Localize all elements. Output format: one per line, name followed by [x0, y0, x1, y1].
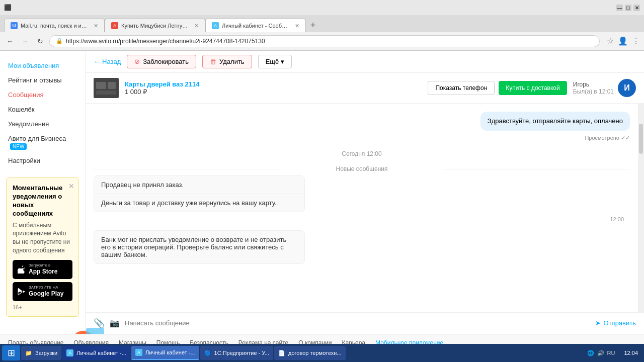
browser-actions: ☆ 👤 ⋮	[607, 36, 640, 46]
message-read-status: Просмотрено ✓✓	[480, 135, 630, 141]
1c-icon: 🔵	[204, 350, 211, 356]
system-msg-2: Деньги за товар и доставку уже вернулись…	[94, 194, 304, 212]
taskbar-item-contract[interactable]: 📄 договор термотехн...	[274, 346, 346, 360]
block-icon: ⊘	[134, 58, 140, 65]
start-button[interactable]: ⊞	[2, 345, 20, 360]
notification-text: С мобильным приложением Avito вы не проп…	[13, 221, 72, 255]
tab-1-close[interactable]: ✕	[94, 23, 98, 29]
product-actions: Показать телефон Купить с доставкой	[428, 81, 567, 95]
url-text: https://www.avito.ru/profile/messenger/c…	[66, 38, 265, 45]
main-content: Мои объявления Рейтинг и отзывы Сообщени…	[0, 51, 644, 334]
seller-name: Игорь Был(а) в 12:01	[573, 81, 614, 95]
tab-1-favicon: M	[11, 22, 18, 29]
sidebar: Мои объявления Рейтинг и отзывы Сообщени…	[0, 51, 86, 334]
network-icon: 🌐	[587, 350, 594, 356]
appstore-button[interactable]: Загрузите в App Store	[13, 260, 72, 279]
taskbar: ⊞ 📁 Загрузки A Личный кабинет -... A Лич…	[0, 344, 644, 362]
address-bar: ← → ↻ 🔒 https://www.avito.ru/profile/mes…	[0, 32, 644, 50]
attach-icon[interactable]: 📎	[94, 318, 105, 329]
page-content: Мои объявления Рейтинг и отзывы Сообщени…	[0, 51, 644, 362]
forward-nav-button[interactable]: →	[19, 35, 31, 47]
buy-with-delivery-button[interactable]: Купить с доставкой	[499, 81, 567, 95]
new-tab-button[interactable]: +	[306, 18, 320, 32]
menu-icon[interactable]: ⋮	[632, 36, 640, 46]
chat-float-area: 💬	[6, 323, 79, 334]
seller-avatar: И	[618, 79, 636, 97]
tab-3-label: Личный кабинет - Сообщения	[222, 23, 290, 29]
product-image	[94, 78, 119, 98]
appstore-label: Загрузите в App Store	[29, 263, 57, 276]
system-message-card: Продавец не принял заказ. Деньги за това…	[94, 175, 305, 212]
chevron-down-icon: ▾	[281, 58, 284, 65]
googleplay-label: ЗАГРУЗИТЕ НА Google Play	[29, 285, 63, 298]
block-button[interactable]: ⊘ Заблокировать	[127, 55, 196, 68]
back-arrow-icon: ←	[94, 58, 100, 65]
product-info: Карты дверей ваз 2114 1 000 ₽	[125, 80, 422, 96]
taskbar-item-cabinet[interactable]: A Личный кабинет -...	[131, 346, 199, 360]
sidebar-item-business[interactable]: Авито для Бизнеса NEW	[6, 132, 79, 153]
taskbar-item-downloads[interactable]: 📁 Загрузки	[21, 346, 61, 360]
more-button[interactable]: Ещё ▾	[258, 55, 292, 68]
svg-rect-3	[96, 90, 116, 95]
tab-2-label: Купить Мицубиси Легнум в Кра...	[121, 23, 189, 29]
notification-close-button[interactable]: ✕	[68, 182, 74, 190]
avito-icon: A	[66, 349, 73, 356]
messenger-header: ← Назад ⊘ Заблокировать 🗑 Удалить Ещё ▾	[86, 51, 644, 73]
messages-area[interactable]: Здравствуйте, отправляйте карты, оплачен…	[86, 104, 638, 312]
close-btn[interactable]: ✕	[633, 5, 640, 11]
taskbar-item-1c[interactable]: 🔵 1С:Предприятие - У...	[200, 346, 273, 360]
notification-title: Моментальные уведомления о новых сообщен…	[13, 184, 72, 218]
sidebar-item-settings[interactable]: Настройки	[6, 154, 79, 167]
tab-3[interactable]: A Личный кабинет - Сообщения ✕	[205, 19, 306, 32]
tab-1[interactable]: M Mail.ru: почта, поиск и интер... ✕	[4, 19, 105, 32]
back-nav-button[interactable]: ←	[4, 35, 16, 47]
taskbar-item-avito[interactable]: A Личный кабинет -...	[62, 346, 130, 360]
system-msg-1: Продавец не принял заказ.	[94, 176, 304, 194]
sidebar-item-my-ads[interactable]: Мои объявления	[6, 59, 79, 72]
age-rating: 16+	[13, 304, 72, 310]
messenger-panel: ← Назад ⊘ Заблокировать 🗑 Удалить Ещё ▾	[86, 51, 644, 334]
message-input[interactable]	[125, 319, 590, 327]
product-thumbnail	[94, 78, 119, 98]
chat-scrollbar[interactable]	[638, 104, 644, 312]
bookmark-icon[interactable]: ☆	[607, 36, 614, 46]
product-price: 1 000 ₽	[125, 88, 422, 96]
apple-icon	[18, 265, 26, 274]
send-icon: ➤	[595, 319, 601, 327]
cabinet-icon: A	[135, 349, 142, 356]
send-button[interactable]: ➤ Отправить	[595, 319, 636, 327]
sidebar-item-notifications[interactable]: Уведомления	[6, 117, 79, 131]
title-bar: ⬛ — □ ✕	[0, 0, 644, 15]
sent-message: Здравствуйте, отправляйте карты, оплачен…	[480, 112, 630, 141]
sidebar-item-ratings[interactable]: Рейтинг и отзывы	[6, 73, 79, 87]
new-messages-divider: Новые сообщения	[94, 162, 630, 175]
show-phone-button[interactable]: Показать телефон	[428, 81, 495, 95]
svg-rect-1	[96, 82, 106, 89]
lock-icon: 🔒	[56, 38, 63, 44]
account-icon[interactable]: 👤	[618, 36, 628, 46]
tab-2-close[interactable]: ✕	[194, 23, 199, 29]
url-bar[interactable]: 🔒 https://www.avito.ru/profile/messenger…	[49, 35, 600, 47]
back-button[interactable]: ← Назад	[94, 58, 121, 65]
maximize-btn[interactable]: □	[625, 5, 631, 11]
google-play-icon	[18, 288, 26, 296]
window-controls[interactable]: — □ ✕	[616, 5, 640, 11]
product-title[interactable]: Карты дверей ваз 2114	[125, 80, 422, 88]
tab-1-label: Mail.ru: почта, поиск и интер...	[21, 23, 89, 29]
tab-2[interactable]: A Купить Мицубиси Легнум в Кра... ✕	[105, 19, 205, 32]
system-msg-time: 12:00	[94, 214, 630, 226]
downloads-icon: 📁	[25, 350, 32, 356]
tab-3-close[interactable]: ✕	[295, 23, 299, 29]
minimize-btn[interactable]: —	[616, 5, 623, 11]
sound-icon: 🔊	[597, 350, 604, 356]
system-tray: 🌐 🔊 RU	[583, 350, 619, 356]
googleplay-button[interactable]: ЗАГРУЗИТЕ НА Google Play	[13, 282, 72, 301]
refresh-button[interactable]: ↻	[34, 35, 46, 47]
new-badge: NEW	[10, 143, 27, 150]
sidebar-item-messages[interactable]: Сообщения	[6, 88, 79, 102]
system-messages-group: Продавец не принял заказ. Деньги за това…	[94, 175, 630, 226]
tab-bar: M Mail.ru: почта, поиск и интер... ✕ A К…	[0, 15, 644, 32]
sidebar-item-wallet[interactable]: Кошелёк	[6, 103, 79, 116]
delete-button[interactable]: 🗑 Удалить	[202, 55, 252, 68]
camera-icon[interactable]: 📷	[110, 318, 120, 328]
